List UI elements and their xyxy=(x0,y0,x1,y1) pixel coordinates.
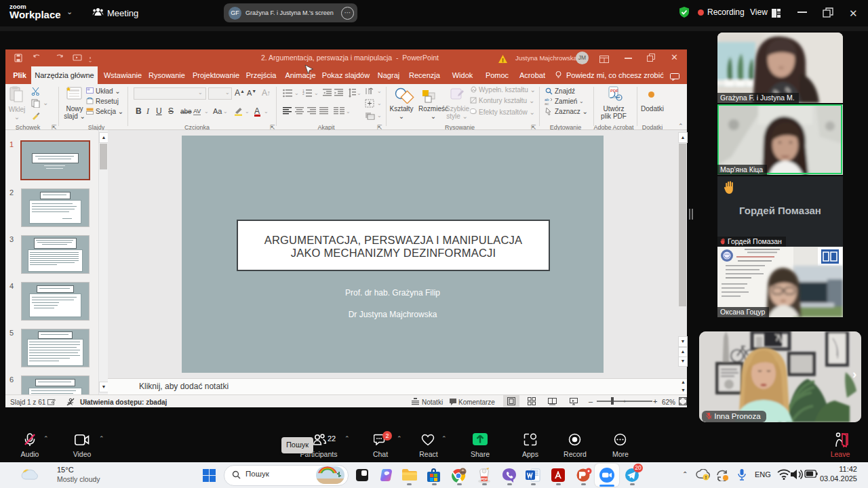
svg-text:2: 2 xyxy=(302,92,304,96)
svg-text:!: ! xyxy=(502,57,504,64)
svg-text:!: ! xyxy=(705,475,707,480)
svg-text:PDF: PDF xyxy=(481,477,488,481)
svg-text:ac: ac xyxy=(545,102,549,105)
